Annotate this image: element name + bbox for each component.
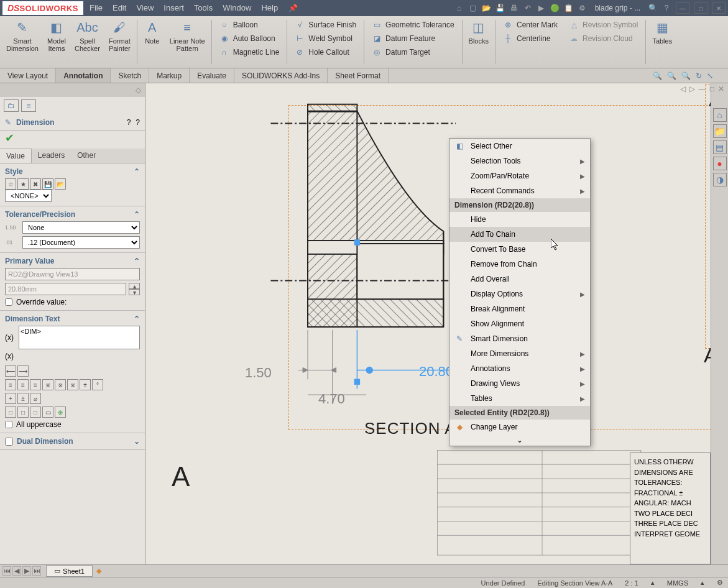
style-btn-3[interactable]: ✖ xyxy=(30,178,41,190)
fmt-btn[interactable]: ⟵ xyxy=(5,365,16,377)
fmt-btn[interactable]: ※ xyxy=(42,379,53,390)
ribbon-center-mark[interactable]: ⊕Center Mark xyxy=(503,20,558,30)
ribbon-datum-target[interactable]: ◎Datum Target xyxy=(372,47,454,57)
menu-help[interactable]: Help xyxy=(261,3,278,13)
cm-zoom-pan-rotate[interactable]: Zoom/Pan/Rotate▶ xyxy=(449,168,590,183)
sheet-prev[interactable]: ◀ xyxy=(12,566,21,576)
spin-up[interactable]: ▴ xyxy=(129,283,140,289)
status-zoom-arrow[interactable]: ▴ xyxy=(651,579,655,587)
ribbon-hole-callout[interactable]: ⊘Hole Callout xyxy=(295,47,356,57)
new-icon[interactable]: ▢ xyxy=(468,3,478,13)
cm-tables[interactable]: Tables▶ xyxy=(449,391,590,406)
undo-icon[interactable]: ↶ xyxy=(523,3,533,13)
close-button[interactable]: ✕ xyxy=(712,2,726,14)
help-icon[interactable]: ? xyxy=(661,3,671,13)
child-minimize[interactable]: — xyxy=(699,85,706,93)
tab-sheet-format[interactable]: Sheet Format xyxy=(328,68,389,83)
sheet-first[interactable]: ⏮ xyxy=(2,566,11,576)
fmt-btn[interactable]: ± xyxy=(17,393,29,404)
uppercase-checkbox[interactable] xyxy=(5,421,12,428)
style-btn-5[interactable]: 📂 xyxy=(55,178,66,190)
ok-button[interactable]: ✔ xyxy=(0,131,145,149)
cm-add-to-chain[interactable]: Add To Chain xyxy=(449,227,590,242)
tab-sketch[interactable]: Sketch xyxy=(111,68,149,83)
ribbon-datum-feature[interactable]: ◪Datum Feature xyxy=(372,34,454,44)
status-units-arrow[interactable]: ▴ xyxy=(701,579,704,587)
feature-tree-icon[interactable]: 🗀 xyxy=(4,99,19,112)
taskpane-views-icon[interactable]: ▤ xyxy=(713,140,727,154)
prop-tab-value[interactable]: Value xyxy=(0,149,32,163)
print-icon[interactable]: 🖶 xyxy=(509,3,519,13)
dual-checkbox[interactable] xyxy=(5,438,13,446)
property-tree-icon[interactable]: ≡ xyxy=(21,99,36,112)
taskpane-home-icon[interactable]: ⌂ xyxy=(713,108,727,122)
prop-tab-other[interactable]: Other xyxy=(71,149,102,163)
cm-remove-from-chain[interactable]: Remove from Chain xyxy=(449,257,590,272)
cm-add-overall[interactable]: Add Overall xyxy=(449,272,590,287)
pan-icon[interactable]: ⤡ xyxy=(707,71,713,80)
dim-20-80[interactable]: 20.80 xyxy=(419,364,453,380)
options-icon[interactable]: 📋 xyxy=(564,3,574,13)
cm-convert-to-base[interactable]: Convert To Base xyxy=(449,242,590,257)
ribbon-magnetic-line[interactable]: ∩Magnetic Line xyxy=(219,47,280,57)
zoom-fit-icon[interactable]: 🔍 xyxy=(653,71,662,80)
fmt-btn[interactable]: ⟶ xyxy=(17,365,29,377)
tab-markup[interactable]: Markup xyxy=(149,68,190,83)
next-doc-icon[interactable]: ▷ xyxy=(689,85,695,93)
style-btn-4[interactable]: 💾 xyxy=(42,178,53,190)
style-btn-1[interactable]: ☆ xyxy=(5,178,16,190)
gear-icon[interactable]: ⚙ xyxy=(578,3,587,13)
ribbon-surface-finish[interactable]: √Surface Finish xyxy=(295,20,356,30)
home-icon[interactable]: ⌂ xyxy=(454,3,464,13)
override-checkbox[interactable] xyxy=(5,298,12,306)
ribbon-geometric-tolerance[interactable]: ▭Geometric Tolerance xyxy=(372,20,454,30)
spin-down[interactable]: ▾ xyxy=(129,289,140,295)
dimtext-textarea[interactable]: <DIM> xyxy=(19,326,140,349)
fmt-btn[interactable]: ▭ xyxy=(42,407,53,418)
zoom-sel-icon[interactable]: 🔍 xyxy=(681,71,691,80)
status-units[interactable]: MMGS xyxy=(667,579,688,587)
rotate-icon[interactable]: ↻ xyxy=(696,71,702,80)
ribbon-note[interactable]: ANote xyxy=(140,17,165,67)
ribbon-auto-balloon[interactable]: ◉Auto Balloon xyxy=(219,34,280,44)
taskpane-custom-icon[interactable]: ◑ xyxy=(713,173,727,186)
cm-annotations[interactable]: Annotations▶ xyxy=(449,361,590,376)
panel-tack-icon[interactable]: ◇ xyxy=(136,86,141,94)
cm-display-options[interactable]: Display Options▶ xyxy=(449,287,590,301)
collapse-icon[interactable]: ⌃ xyxy=(134,167,140,176)
fmt-btn[interactable]: □ xyxy=(30,407,41,418)
sheet-tab-1[interactable]: ▭Sheet1 xyxy=(46,565,93,577)
collapse-icon[interactable]: ⌄ xyxy=(134,437,140,446)
cm-break-alignment[interactable]: Break Alignment xyxy=(449,301,590,316)
sheet-last[interactable]: ⏭ xyxy=(32,566,41,576)
prev-doc-icon[interactable]: ◁ xyxy=(680,85,686,93)
fmt-btn[interactable]: ° xyxy=(92,379,103,390)
style-select[interactable]: <NONE> xyxy=(5,190,52,202)
menu-view[interactable]: View xyxy=(136,3,154,13)
child-maximize[interactable]: □ xyxy=(710,85,714,93)
select-icon[interactable]: ▶ xyxy=(537,3,546,13)
drawing-canvas[interactable]: 1.50 4.70 20.80 SECTION A-A A A A UNLESS… xyxy=(145,83,711,564)
child-close[interactable]: ✕ xyxy=(718,85,724,93)
cm-more-dimensions[interactable]: More Dimensions▶ xyxy=(449,346,590,361)
style-btn-2[interactable]: ★ xyxy=(17,178,29,190)
ribbon-centerline[interactable]: ┼Centerline xyxy=(503,34,558,44)
menu-tools[interactable]: Tools xyxy=(194,3,213,13)
align-left[interactable]: ≡ xyxy=(5,379,16,390)
sheet-next[interactable]: ▶ xyxy=(22,566,31,576)
fmt-btn[interactable]: □ xyxy=(5,407,16,418)
ribbon-weld-symbol[interactable]: ⊢Weld Symbol xyxy=(295,34,356,44)
tab-evaluate[interactable]: Evaluate xyxy=(190,68,234,83)
ribbon-smart-dimension[interactable]: ✎Smart Dimension xyxy=(2,17,42,67)
ribbon-tables[interactable]: ▦Tables xyxy=(648,17,676,67)
pin-icon[interactable]: 📌 xyxy=(288,3,298,13)
maximize-button[interactable]: □ xyxy=(694,2,707,14)
collapse-icon[interactable]: ⌃ xyxy=(134,315,140,323)
fmt-btn[interactable]: ⌀ xyxy=(30,393,41,404)
fmt-btn[interactable]: □ xyxy=(17,407,29,418)
fmt-btn[interactable]: + xyxy=(5,393,16,404)
cm-expand[interactable]: ⌄ xyxy=(449,434,590,446)
ribbon-model-items[interactable]: ◧Model Items xyxy=(44,17,70,67)
ribbon-linear-note-pattern[interactable]: ≡Linear Note Pattern xyxy=(166,17,209,67)
status-custom-icon[interactable]: ⚙ xyxy=(717,579,723,587)
